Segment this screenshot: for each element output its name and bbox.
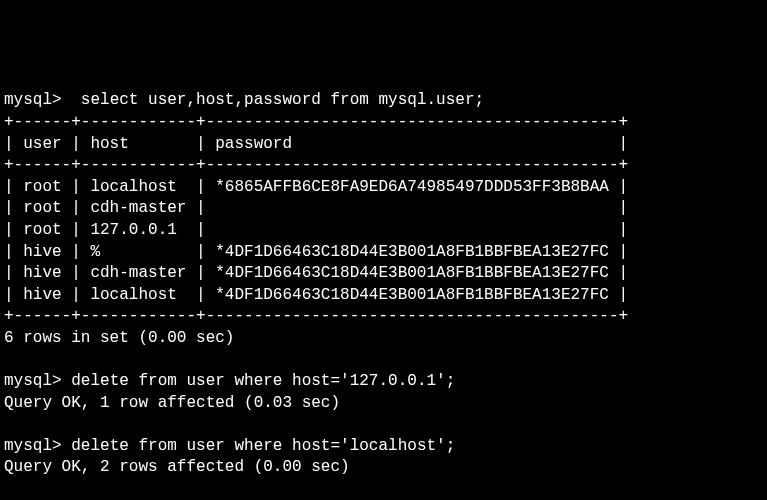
mysql-prompt: mysql>	[4, 372, 62, 390]
table-row: | hive | cdh-master | *4DF1D66463C18D44E…	[4, 264, 628, 282]
table-border: +------+------------+-------------------…	[4, 156, 628, 174]
table-row: | root | localhost | *6865AFFB6CE8FA9ED6…	[4, 178, 628, 196]
table-border: +------+------------+-------------------…	[4, 113, 628, 131]
select-query: select user,host,password from mysql.use…	[71, 91, 484, 109]
delete-query-2: delete from user where host='localhost';	[71, 437, 455, 455]
table-row: | root | cdh-master | |	[4, 199, 628, 217]
delete-result-1: Query OK, 1 row affected (0.03 sec)	[4, 394, 340, 412]
delete-query-1: delete from user where host='127.0.0.1';	[71, 372, 455, 390]
delete-result-2: Query OK, 2 rows affected (0.00 sec)	[4, 458, 350, 476]
table-header: | user | host | password |	[4, 135, 628, 153]
mysql-prompt: mysql>	[4, 91, 62, 109]
table-row: | root | 127.0.0.1 | |	[4, 221, 628, 239]
table-row: | hive | % | *4DF1D66463C18D44E3B001A8FB…	[4, 243, 628, 261]
table-row: | hive | localhost | *4DF1D66463C18D44E3…	[4, 286, 628, 304]
mysql-prompt: mysql>	[4, 437, 62, 455]
select-result: 6 rows in set (0.00 sec)	[4, 329, 234, 347]
table-border: +------+------------+-------------------…	[4, 307, 628, 325]
terminal-output: mysql> select user,host,password from my…	[4, 90, 763, 500]
